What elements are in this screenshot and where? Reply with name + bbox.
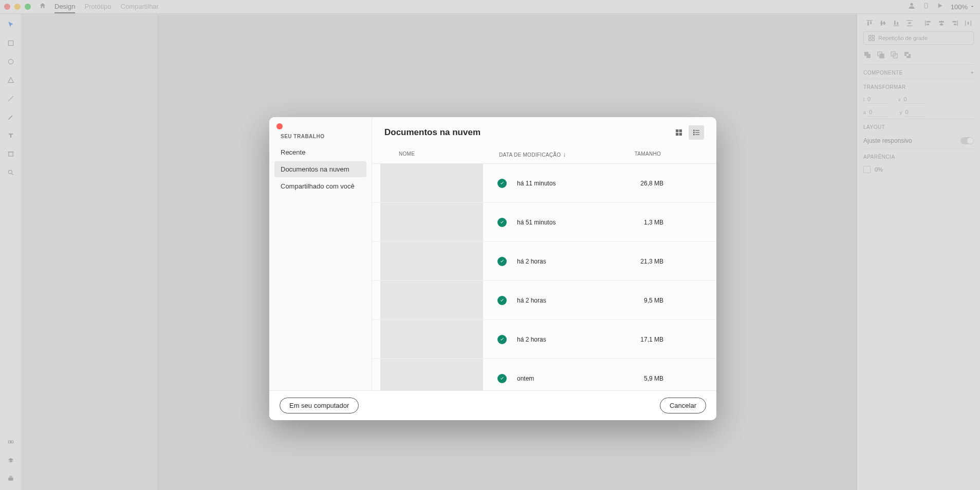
file-date: há 51 minutos [517, 219, 607, 226]
file-date: há 2 horas [517, 258, 607, 265]
svg-rect-54 [693, 132, 695, 134]
list-view-button[interactable] [689, 125, 704, 140]
sort-descending-icon: ↓ [563, 151, 566, 158]
dialog-footer: Em seu computador Cancelar [269, 390, 716, 420]
file-date: ontem [517, 375, 607, 382]
file-thumbnail [380, 320, 483, 359]
svg-rect-49 [679, 129, 682, 132]
cancel-button[interactable]: Cancelar [660, 398, 706, 413]
view-mode-toggle [671, 125, 704, 140]
dialog-title: Documentos na nuvem [384, 127, 480, 138]
file-row[interactable]: há 2 horas9,5 MB [372, 281, 716, 320]
on-computer-button[interactable]: Em seu computador [280, 398, 359, 413]
file-thumbnail [380, 281, 483, 319]
svg-rect-52 [693, 130, 695, 131]
svg-rect-55 [695, 132, 699, 133]
sidebar-item-shared[interactable]: Compartilhado com você [274, 178, 366, 194]
sidebar-title: SEU TRABALHO [274, 134, 366, 144]
file-size: 26,8 MB [607, 180, 663, 187]
svg-rect-57 [695, 134, 699, 135]
file-row[interactable]: há 51 minutos1,3 MB [372, 203, 716, 242]
svg-rect-50 [676, 133, 678, 136]
file-row[interactable]: ontem5,9 MB [372, 359, 716, 390]
file-thumbnail [380, 203, 483, 241]
column-date[interactable]: DATA DE MODIFICAÇÃO ↓ [499, 151, 599, 158]
grid-view-button[interactable] [671, 125, 687, 140]
sync-status-icon [497, 257, 507, 266]
svg-rect-56 [693, 134, 695, 136]
file-date: há 11 minutos [517, 180, 607, 187]
file-row[interactable]: há 11 minutos26,8 MB [372, 164, 716, 203]
file-date: há 2 horas [517, 297, 607, 304]
sync-status-icon [497, 335, 507, 344]
file-thumbnail [380, 359, 483, 390]
column-date-label: DATA DE MODIFICAÇÃO [499, 152, 561, 158]
file-size: 5,9 MB [607, 375, 663, 382]
file-list[interactable]: há 11 minutos26,8 MBhá 51 minutos1,3 MBh… [372, 164, 716, 390]
dialog-sidebar: SEU TRABALHO Recente Documentos na nuvem… [269, 117, 372, 390]
sidebar-item-cloud[interactable]: Documentos na nuvem [274, 161, 366, 177]
file-size: 17,1 MB [607, 336, 663, 343]
svg-rect-53 [695, 130, 699, 130]
file-thumbnail [380, 164, 483, 202]
sidebar-item-recent[interactable]: Recente [274, 144, 366, 160]
table-header: NOME DATA DE MODIFICAÇÃO ↓ TAMANHO [372, 146, 716, 164]
file-row[interactable]: há 2 horas21,3 MB [372, 242, 716, 281]
column-name[interactable]: NOME [399, 151, 499, 158]
sync-status-icon [497, 296, 507, 305]
dialog-main: Documentos na nuvem NOME DATA DE MODIFIC… [372, 117, 716, 390]
file-date: há 2 horas [517, 336, 607, 343]
column-size[interactable]: TAMANHO [599, 151, 661, 158]
cloud-documents-dialog: SEU TRABALHO Recente Documentos na nuvem… [269, 117, 716, 420]
dialog-header: Documentos na nuvem [372, 117, 716, 146]
sync-status-icon [497, 218, 507, 227]
file-size: 1,3 MB [607, 219, 663, 226]
file-size: 9,5 MB [607, 297, 663, 304]
sync-status-icon [497, 374, 507, 383]
file-thumbnail [380, 242, 483, 280]
file-row[interactable]: há 2 horas17,1 MB [372, 320, 716, 359]
svg-rect-48 [676, 129, 678, 132]
close-dialog-button[interactable] [276, 123, 283, 129]
sync-status-icon [497, 179, 507, 188]
svg-rect-51 [679, 133, 682, 136]
file-size: 21,3 MB [607, 258, 663, 265]
